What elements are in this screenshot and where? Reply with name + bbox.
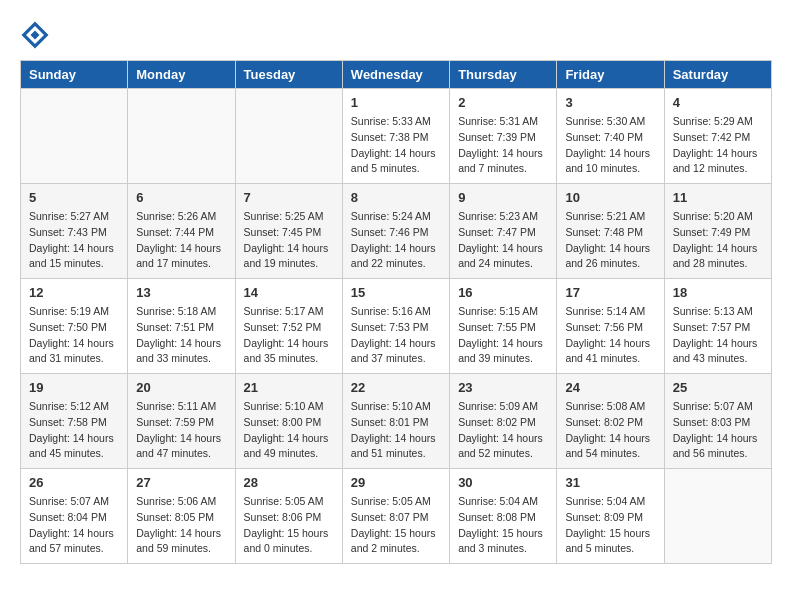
day-number: 13: [136, 285, 226, 300]
calendar-day-cell: 26Sunrise: 5:07 AM Sunset: 8:04 PM Dayli…: [21, 469, 128, 564]
weekday-header: Tuesday: [235, 61, 342, 89]
day-number: 23: [458, 380, 548, 395]
day-info: Sunrise: 5:12 AM Sunset: 7:58 PM Dayligh…: [29, 399, 119, 462]
calendar-week-row: 26Sunrise: 5:07 AM Sunset: 8:04 PM Dayli…: [21, 469, 772, 564]
day-number: 15: [351, 285, 441, 300]
day-info: Sunrise: 5:33 AM Sunset: 7:38 PM Dayligh…: [351, 114, 441, 177]
calendar-day-cell: 7Sunrise: 5:25 AM Sunset: 7:45 PM Daylig…: [235, 184, 342, 279]
calendar-day-cell: 9Sunrise: 5:23 AM Sunset: 7:47 PM Daylig…: [450, 184, 557, 279]
day-number: 31: [565, 475, 655, 490]
day-info: Sunrise: 5:31 AM Sunset: 7:39 PM Dayligh…: [458, 114, 548, 177]
calendar-day-cell: 2Sunrise: 5:31 AM Sunset: 7:39 PM Daylig…: [450, 89, 557, 184]
calendar-day-cell: 16Sunrise: 5:15 AM Sunset: 7:55 PM Dayli…: [450, 279, 557, 374]
day-info: Sunrise: 5:27 AM Sunset: 7:43 PM Dayligh…: [29, 209, 119, 272]
calendar-day-cell: 3Sunrise: 5:30 AM Sunset: 7:40 PM Daylig…: [557, 89, 664, 184]
day-info: Sunrise: 5:10 AM Sunset: 8:01 PM Dayligh…: [351, 399, 441, 462]
logo-icon: [20, 20, 50, 50]
calendar-day-cell: 10Sunrise: 5:21 AM Sunset: 7:48 PM Dayli…: [557, 184, 664, 279]
page-header: [20, 20, 772, 50]
calendar-day-cell: 12Sunrise: 5:19 AM Sunset: 7:50 PM Dayli…: [21, 279, 128, 374]
day-number: 29: [351, 475, 441, 490]
day-number: 7: [244, 190, 334, 205]
day-info: Sunrise: 5:18 AM Sunset: 7:51 PM Dayligh…: [136, 304, 226, 367]
weekday-header: Wednesday: [342, 61, 449, 89]
calendar-week-row: 19Sunrise: 5:12 AM Sunset: 7:58 PM Dayli…: [21, 374, 772, 469]
day-number: 11: [673, 190, 763, 205]
day-number: 2: [458, 95, 548, 110]
day-number: 19: [29, 380, 119, 395]
calendar-table: SundayMondayTuesdayWednesdayThursdayFrid…: [20, 60, 772, 564]
day-info: Sunrise: 5:24 AM Sunset: 7:46 PM Dayligh…: [351, 209, 441, 272]
calendar-day-cell: 15Sunrise: 5:16 AM Sunset: 7:53 PM Dayli…: [342, 279, 449, 374]
calendar-week-row: 12Sunrise: 5:19 AM Sunset: 7:50 PM Dayli…: [21, 279, 772, 374]
day-info: Sunrise: 5:11 AM Sunset: 7:59 PM Dayligh…: [136, 399, 226, 462]
day-info: Sunrise: 5:19 AM Sunset: 7:50 PM Dayligh…: [29, 304, 119, 367]
calendar-empty-cell: [128, 89, 235, 184]
calendar-day-cell: 25Sunrise: 5:07 AM Sunset: 8:03 PM Dayli…: [664, 374, 771, 469]
calendar-day-cell: 6Sunrise: 5:26 AM Sunset: 7:44 PM Daylig…: [128, 184, 235, 279]
day-info: Sunrise: 5:10 AM Sunset: 8:00 PM Dayligh…: [244, 399, 334, 462]
day-info: Sunrise: 5:25 AM Sunset: 7:45 PM Dayligh…: [244, 209, 334, 272]
day-info: Sunrise: 5:14 AM Sunset: 7:56 PM Dayligh…: [565, 304, 655, 367]
day-number: 12: [29, 285, 119, 300]
calendar-week-row: 1Sunrise: 5:33 AM Sunset: 7:38 PM Daylig…: [21, 89, 772, 184]
calendar-day-cell: 30Sunrise: 5:04 AM Sunset: 8:08 PM Dayli…: [450, 469, 557, 564]
day-number: 3: [565, 95, 655, 110]
day-number: 26: [29, 475, 119, 490]
calendar-day-cell: 29Sunrise: 5:05 AM Sunset: 8:07 PM Dayli…: [342, 469, 449, 564]
day-info: Sunrise: 5:26 AM Sunset: 7:44 PM Dayligh…: [136, 209, 226, 272]
day-info: Sunrise: 5:20 AM Sunset: 7:49 PM Dayligh…: [673, 209, 763, 272]
weekday-header: Friday: [557, 61, 664, 89]
calendar-day-cell: 5Sunrise: 5:27 AM Sunset: 7:43 PM Daylig…: [21, 184, 128, 279]
calendar-empty-cell: [235, 89, 342, 184]
day-info: Sunrise: 5:05 AM Sunset: 8:06 PM Dayligh…: [244, 494, 334, 557]
logo: [20, 20, 54, 50]
day-info: Sunrise: 5:04 AM Sunset: 8:08 PM Dayligh…: [458, 494, 548, 557]
calendar-day-cell: 31Sunrise: 5:04 AM Sunset: 8:09 PM Dayli…: [557, 469, 664, 564]
calendar-day-cell: 18Sunrise: 5:13 AM Sunset: 7:57 PM Dayli…: [664, 279, 771, 374]
calendar-week-row: 5Sunrise: 5:27 AM Sunset: 7:43 PM Daylig…: [21, 184, 772, 279]
day-info: Sunrise: 5:07 AM Sunset: 8:04 PM Dayligh…: [29, 494, 119, 557]
day-info: Sunrise: 5:30 AM Sunset: 7:40 PM Dayligh…: [565, 114, 655, 177]
calendar-day-cell: 1Sunrise: 5:33 AM Sunset: 7:38 PM Daylig…: [342, 89, 449, 184]
calendar-day-cell: 21Sunrise: 5:10 AM Sunset: 8:00 PM Dayli…: [235, 374, 342, 469]
day-number: 16: [458, 285, 548, 300]
calendar-day-cell: 22Sunrise: 5:10 AM Sunset: 8:01 PM Dayli…: [342, 374, 449, 469]
day-number: 24: [565, 380, 655, 395]
calendar-empty-cell: [664, 469, 771, 564]
weekday-header: Thursday: [450, 61, 557, 89]
day-info: Sunrise: 5:15 AM Sunset: 7:55 PM Dayligh…: [458, 304, 548, 367]
weekday-header: Sunday: [21, 61, 128, 89]
weekday-header: Saturday: [664, 61, 771, 89]
day-number: 5: [29, 190, 119, 205]
calendar-day-cell: 19Sunrise: 5:12 AM Sunset: 7:58 PM Dayli…: [21, 374, 128, 469]
day-number: 10: [565, 190, 655, 205]
day-number: 25: [673, 380, 763, 395]
day-number: 28: [244, 475, 334, 490]
day-number: 6: [136, 190, 226, 205]
calendar-empty-cell: [21, 89, 128, 184]
day-number: 14: [244, 285, 334, 300]
day-number: 9: [458, 190, 548, 205]
calendar-day-cell: 28Sunrise: 5:05 AM Sunset: 8:06 PM Dayli…: [235, 469, 342, 564]
day-info: Sunrise: 5:07 AM Sunset: 8:03 PM Dayligh…: [673, 399, 763, 462]
day-number: 18: [673, 285, 763, 300]
day-number: 8: [351, 190, 441, 205]
day-info: Sunrise: 5:21 AM Sunset: 7:48 PM Dayligh…: [565, 209, 655, 272]
calendar-day-cell: 27Sunrise: 5:06 AM Sunset: 8:05 PM Dayli…: [128, 469, 235, 564]
calendar-day-cell: 11Sunrise: 5:20 AM Sunset: 7:49 PM Dayli…: [664, 184, 771, 279]
day-number: 30: [458, 475, 548, 490]
day-info: Sunrise: 5:16 AM Sunset: 7:53 PM Dayligh…: [351, 304, 441, 367]
weekday-header: Monday: [128, 61, 235, 89]
day-info: Sunrise: 5:13 AM Sunset: 7:57 PM Dayligh…: [673, 304, 763, 367]
day-number: 4: [673, 95, 763, 110]
day-info: Sunrise: 5:09 AM Sunset: 8:02 PM Dayligh…: [458, 399, 548, 462]
day-number: 27: [136, 475, 226, 490]
calendar-day-cell: 8Sunrise: 5:24 AM Sunset: 7:46 PM Daylig…: [342, 184, 449, 279]
day-number: 17: [565, 285, 655, 300]
weekday-header-row: SundayMondayTuesdayWednesdayThursdayFrid…: [21, 61, 772, 89]
day-number: 21: [244, 380, 334, 395]
calendar-day-cell: 20Sunrise: 5:11 AM Sunset: 7:59 PM Dayli…: [128, 374, 235, 469]
day-info: Sunrise: 5:05 AM Sunset: 8:07 PM Dayligh…: [351, 494, 441, 557]
day-info: Sunrise: 5:04 AM Sunset: 8:09 PM Dayligh…: [565, 494, 655, 557]
